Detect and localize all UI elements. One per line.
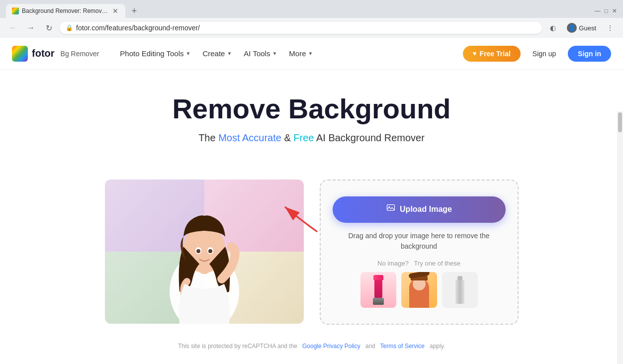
tab-close-button[interactable]: ✕ [111, 7, 119, 15]
profile-avatar: 👤 [567, 23, 577, 33]
window-close[interactable]: ✕ [612, 7, 617, 14]
sample-label: No image? Try one of these [333, 260, 506, 267]
subtitle-accent1: Most Accurate [218, 132, 281, 143]
nav-refresh-button[interactable]: ↻ [42, 21, 56, 35]
nav-photo-editing-label: Photo Editing Tools [120, 49, 183, 58]
privacy-policy-link[interactable]: Google Privacy Policy [302, 343, 360, 350]
drag-drop-label: Drag and drop your image here to remove … [348, 232, 489, 250]
heart-icon: ♥ [473, 50, 477, 57]
scrollbar[interactable] [617, 111, 623, 364]
scrollbar-thumb[interactable] [618, 112, 622, 132]
page-footer: This site is protected by reCAPTCHA and … [0, 337, 623, 356]
browser-addressbar: ← → ↻ 🔒 fotor.com/features/background-re… [0, 18, 623, 38]
nav-ai-tools[interactable]: AI Tools ▼ [239, 46, 282, 61]
nav-ai-tools-chevron: ▼ [272, 51, 277, 56]
logo-icon [12, 46, 28, 62]
new-tab-button[interactable]: + [127, 4, 141, 18]
no-image-text: No image? [377, 260, 409, 267]
preview-woman-image [147, 182, 262, 324]
terms-link[interactable]: Terms of Service [380, 343, 425, 350]
footer-apply: apply. [430, 343, 445, 350]
tab-favicon [12, 7, 19, 14]
hero-section: Remove Background The Most Accurate & Fr… [0, 70, 623, 180]
window-maximize[interactable]: □ [605, 7, 608, 14]
navbar: fotor Bg Remover Photo Editing Tools ▼ C… [0, 38, 623, 70]
browser-menu-button[interactable]: ⋮ [603, 21, 617, 35]
nav-forward-button[interactable]: → [24, 21, 38, 35]
upload-icon [386, 203, 396, 216]
sample-images [333, 272, 506, 308]
logo-text: fotor [32, 48, 55, 59]
browser-titlebar: Background Remover: Remove B ✕ + — □ ✕ [0, 0, 623, 18]
sample-image-3[interactable] [442, 272, 478, 308]
browser-tab[interactable]: Background Remover: Remove B ✕ [6, 4, 125, 18]
sample-image-2[interactable] [401, 272, 437, 308]
svg-point-6 [208, 249, 212, 253]
nav-more[interactable]: More ▼ [284, 46, 318, 61]
subtitle-after: AI Background Remover [314, 132, 424, 143]
url-text: fotor.com/features/background-remover/ [76, 24, 536, 32]
signin-button[interactable]: Sign in [568, 46, 611, 62]
hero-subtitle: The Most Accurate & Free AI Background R… [12, 132, 611, 144]
footer-text: This site is protected by reCAPTCHA and … [178, 343, 297, 350]
logo-badge: Bg Remover [61, 50, 99, 58]
nav-back-button[interactable]: ← [6, 21, 20, 35]
subtitle-between1: & [281, 132, 293, 143]
nav-create[interactable]: Create ▼ [197, 46, 237, 61]
upload-section: Upload Image Drag and drop your image he… [320, 180, 519, 325]
nav-more-chevron: ▼ [308, 51, 313, 56]
browser-frame: Background Remover: Remove B ✕ + — □ ✕ ←… [0, 0, 623, 38]
nav-actions: ♥ Free Trial Sign up Sign in [463, 46, 611, 62]
window-minimize[interactable]: — [595, 7, 601, 14]
svg-point-5 [196, 249, 200, 253]
nav-photo-editing-chevron: ▼ [186, 51, 191, 56]
footer-and: and [365, 343, 375, 350]
lock-icon: 🔒 [66, 24, 73, 31]
nav-ai-tools-label: AI Tools [244, 49, 270, 58]
upload-area: Upload Image Drag and drop your image he… [320, 180, 519, 325]
subtitle-before: The [198, 132, 218, 143]
hero-title: Remove Background [12, 93, 611, 124]
free-trial-label: Free Trial [480, 50, 511, 58]
window-controls: — □ ✕ [595, 7, 617, 14]
upload-button-label: Upload Image [400, 205, 452, 214]
tab-title: Background Remover: Remove B [22, 7, 108, 14]
try-text: Try one of these [414, 260, 460, 267]
address-bar[interactable]: 🔒 fotor.com/features/background-remover/ [60, 22, 542, 34]
nav-links: Photo Editing Tools ▼ Create ▼ AI Tools … [115, 46, 463, 61]
sample-image-1[interactable] [360, 272, 396, 308]
drag-drop-text: Drag and drop your image here to remove … [348, 231, 489, 252]
preview-container [105, 180, 304, 324]
nav-create-chevron: ▼ [227, 51, 232, 56]
logo-area[interactable]: fotor Bg Remover [12, 46, 99, 62]
nav-more-label: More [289, 49, 306, 58]
profile-name: Guest [579, 24, 596, 32]
nav-photo-editing[interactable]: Photo Editing Tools ▼ [115, 46, 195, 61]
page-wrapper: fotor Bg Remover Photo Editing Tools ▼ C… [0, 38, 623, 356]
profile-button[interactable]: 👤 Guest [563, 22, 600, 34]
upload-image-button[interactable]: Upload Image [333, 196, 506, 223]
signup-button[interactable]: Sign up [527, 46, 562, 62]
extensions-button[interactable]: ◐ [546, 21, 560, 35]
free-trial-button[interactable]: ♥ Free Trial [463, 46, 521, 62]
browser-actions: ◐ 👤 Guest ⋮ [546, 21, 617, 35]
sample-section: No image? Try one of these [333, 260, 506, 308]
svg-rect-8 [387, 204, 395, 210]
subtitle-accent2: Free [293, 132, 314, 143]
main-content: Upload Image Drag and drop your image he… [0, 180, 623, 337]
nav-create-label: Create [202, 49, 225, 58]
